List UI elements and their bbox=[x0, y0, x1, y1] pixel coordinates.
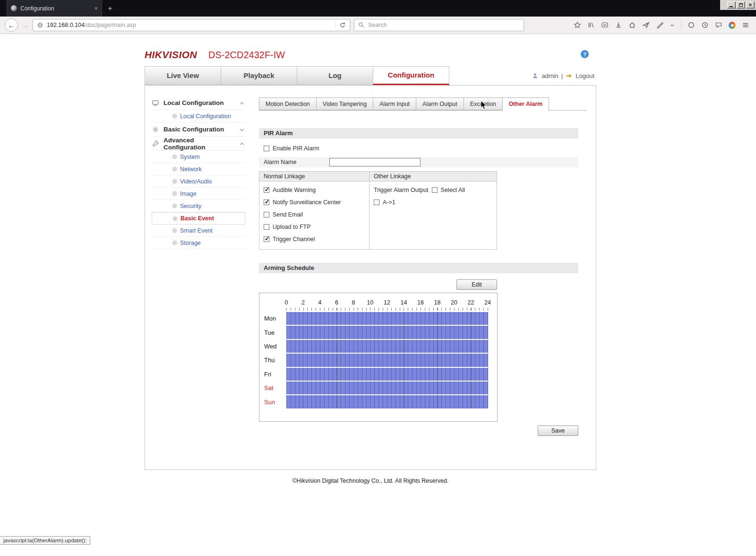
hour-label: 24 bbox=[484, 299, 491, 306]
home-icon[interactable] bbox=[628, 21, 636, 29]
sidebar-item-label: Image bbox=[180, 191, 197, 197]
sidebar-item-local-configuration[interactable]: Local Configuration bbox=[152, 110, 245, 122]
hour-label: 18 bbox=[434, 299, 441, 306]
send-email-checkbox[interactable] bbox=[264, 212, 269, 217]
trigger-channel-checkbox[interactable] bbox=[264, 236, 269, 242]
shield-ring-icon[interactable] bbox=[687, 21, 695, 29]
sidebar-group-advanced-configuration[interactable]: Advanced Configuration bbox=[152, 137, 245, 151]
schedule-day-bar[interactable] bbox=[286, 368, 488, 381]
search-bar[interactable] bbox=[354, 19, 524, 31]
linkage-option: Send Email bbox=[259, 208, 369, 221]
audible-warning-checkbox[interactable] bbox=[264, 187, 269, 193]
user-area: admin | Logout bbox=[532, 66, 594, 85]
schedule-day-bar[interactable] bbox=[286, 312, 488, 325]
tab-live-view[interactable]: Live View bbox=[145, 66, 221, 85]
schedule-row: Thu bbox=[259, 354, 497, 366]
sidebar-item-network[interactable]: Network bbox=[152, 163, 245, 175]
address-bar[interactable]: 192.168.0.104/doc/page/main.asp bbox=[33, 19, 350, 31]
sidebar-item-storage[interactable]: Storage bbox=[152, 237, 245, 249]
schedule-day-bar[interactable] bbox=[286, 382, 488, 394]
linkage-option: Upload to FTP bbox=[259, 221, 369, 233]
bookmark-star-icon[interactable] bbox=[574, 21, 581, 29]
trigger-alarm-output-row: Trigger Alarm Output Select All bbox=[369, 184, 497, 196]
new-tab-button[interactable]: + bbox=[108, 4, 112, 13]
menu-hamburger-icon[interactable] bbox=[742, 21, 749, 29]
sidebar-group-basic-configuration[interactable]: Basic Configuration bbox=[152, 122, 245, 137]
help-button[interactable]: ? bbox=[581, 50, 589, 58]
mouse-cursor bbox=[481, 101, 487, 112]
overflow-chevron-icon[interactable] bbox=[670, 23, 675, 28]
tab-playback[interactable]: Playback bbox=[221, 66, 297, 85]
forward-button[interactable]: → bbox=[22, 21, 29, 29]
toolbar-icons bbox=[574, 21, 751, 29]
notify-center-checkbox[interactable] bbox=[264, 200, 269, 205]
bullet-icon bbox=[172, 114, 177, 118]
tab-configuration[interactable]: Configuration bbox=[373, 66, 449, 85]
send-tab-icon[interactable] bbox=[642, 21, 650, 29]
chevron-down-icon bbox=[240, 127, 244, 130]
browser-toolbar: ← → 192.168.0.104/doc/page/main.asp bbox=[0, 17, 756, 34]
bullet-icon bbox=[173, 217, 177, 221]
reload-icon[interactable] bbox=[339, 22, 346, 28]
normal-linkage-header: Normal Linkage bbox=[259, 172, 369, 182]
trigger-alarm-output-label: Trigger Alarm Output bbox=[374, 187, 429, 193]
schedule-day-bar[interactable] bbox=[286, 340, 488, 353]
sidebar-group-local-configuration[interactable]: Local Configuration bbox=[152, 96, 245, 110]
upload-ftp-checkbox[interactable] bbox=[264, 224, 269, 230]
globe-icon bbox=[37, 22, 43, 28]
pocket-icon[interactable] bbox=[601, 21, 609, 29]
linkage-option-label: Notify Surveillance Center bbox=[273, 199, 341, 206]
url-host: 192.168.0.104 bbox=[47, 22, 85, 28]
select-all-checkbox[interactable] bbox=[432, 187, 438, 193]
search-input[interactable] bbox=[368, 22, 520, 28]
minimize-button[interactable] bbox=[727, 1, 736, 9]
save-button[interactable]: Save bbox=[538, 426, 578, 436]
brand-row: HIKVISION DS-2CD2432F-IW ? bbox=[145, 49, 596, 63]
messenger-icon[interactable] bbox=[715, 21, 722, 29]
extension-icon[interactable] bbox=[729, 22, 736, 29]
user-separator: | bbox=[561, 72, 563, 79]
logout-link[interactable]: Logout bbox=[576, 72, 594, 79]
enable-pir-checkbox[interactable] bbox=[264, 146, 269, 151]
minimize-icon bbox=[730, 6, 733, 7]
downloads-icon[interactable] bbox=[615, 21, 622, 29]
edit-button[interactable]: Edit bbox=[456, 279, 497, 290]
library-icon[interactable] bbox=[587, 21, 595, 29]
alarm-name-input[interactable] bbox=[329, 158, 421, 166]
sidebar-item-video-audio[interactable]: Video/Audio bbox=[152, 175, 245, 188]
highlighter-icon[interactable] bbox=[656, 21, 663, 29]
user-name: admin bbox=[541, 72, 558, 79]
tab-log[interactable]: Log bbox=[297, 66, 373, 85]
schedule-hours: 0 2 4 6 8 10 12 14 16 18 20 22 2 bbox=[286, 299, 488, 307]
browser-tab[interactable]: Configuration × bbox=[7, 0, 102, 17]
main-panel: Local Configuration Local Configuration … bbox=[145, 85, 596, 470]
subtab-motion-detection[interactable]: Motion Detection bbox=[259, 97, 316, 110]
linkage-option: Audible Warning bbox=[259, 184, 369, 196]
sidebar-item-security[interactable]: Security bbox=[152, 200, 245, 212]
close-button[interactable]: × bbox=[746, 1, 755, 9]
sidebar-item-basic-event[interactable]: Basic Event bbox=[152, 212, 245, 225]
arming-schedule-grid[interactable]: 0 2 4 6 8 10 12 14 16 18 20 22 2 bbox=[259, 293, 498, 422]
schedule-day-bar[interactable] bbox=[286, 395, 488, 408]
day-label: Mon bbox=[259, 315, 286, 322]
history-clock-icon[interactable] bbox=[701, 21, 709, 29]
subtab-alarm-output[interactable]: Alarm Output bbox=[416, 97, 464, 110]
hour-label: 4 bbox=[318, 299, 322, 306]
sidebar-item-image[interactable]: Image bbox=[152, 188, 245, 200]
alarm-name-label: Alarm Name bbox=[259, 159, 329, 165]
schedule-day-bar[interactable] bbox=[286, 326, 488, 339]
back-button[interactable]: ← bbox=[5, 18, 18, 32]
subtab-other-alarm[interactable]: Other Alarm bbox=[502, 97, 550, 111]
schedule-day-bar[interactable] bbox=[286, 354, 488, 366]
restore-button[interactable] bbox=[737, 1, 745, 9]
subtab-video-tampering[interactable]: Video Tampering bbox=[316, 97, 373, 110]
output-a1-checkbox[interactable] bbox=[374, 200, 379, 205]
sidebar: Local Configuration Local Configuration … bbox=[145, 86, 250, 469]
logout-icon[interactable] bbox=[566, 72, 573, 79]
subtab-alarm-input[interactable]: Alarm Input bbox=[373, 97, 416, 110]
enable-pir-row: Enable PIR Alarm bbox=[264, 144, 578, 153]
sidebar-item-smart-event[interactable]: Smart Event bbox=[152, 225, 245, 237]
tab-close-icon[interactable]: × bbox=[94, 5, 98, 11]
sidebar-item-system[interactable]: System bbox=[152, 151, 245, 163]
device-model: DS-2CD2432F-IW bbox=[208, 50, 285, 61]
